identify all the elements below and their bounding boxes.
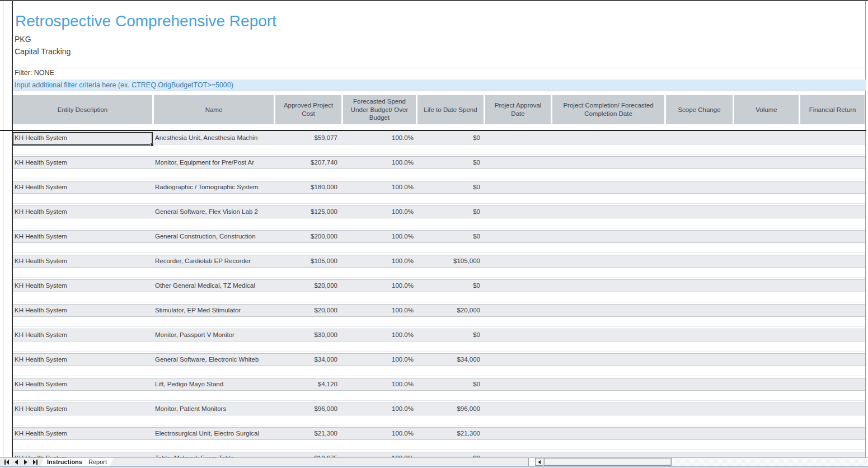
tab-scrollbar-split-handle[interactable] [528, 458, 535, 466]
cell-name[interactable]: Lift, Pedigo Mayo Stand [155, 378, 274, 390]
table-row[interactable]: KH Health SystemTable, Midmark Exam Tabl… [13, 452, 865, 457]
table-row[interactable]: KH Health SystemElectrosurgical Unit, El… [13, 427, 865, 440]
cell-forecasted-spend[interactable]: 100.0% [343, 428, 414, 439]
sheet-tab-report[interactable]: Report [82, 458, 114, 466]
cell-approved-project-cost[interactable]: $21,300 [275, 428, 337, 439]
cell-entity-description[interactable]: KH Health System [15, 157, 152, 169]
cell-approved-project-cost[interactable]: $20,000 [275, 305, 337, 316]
table-row[interactable]: KH Health SystemGeneral Software, Electr… [13, 353, 865, 366]
cell-approved-project-cost[interactable]: $12,675 [275, 452, 337, 457]
cell-entity-description[interactable]: KH Health System [15, 280, 152, 292]
cell-entity-description[interactable]: KH Health System [15, 206, 152, 218]
cell-forecasted-spend[interactable]: 100.0% [343, 206, 414, 218]
column-header-scope-change[interactable]: Scope Change [666, 95, 733, 124]
column-header-project-approval-date[interactable]: Project Approval Date [485, 95, 551, 124]
cell-life-to-date-spend[interactable]: $0 [417, 132, 480, 144]
cell-forecasted-spend[interactable]: 100.0% [343, 329, 414, 341]
cell-approved-project-cost[interactable]: $30,000 [275, 329, 337, 341]
cell-life-to-date-spend[interactable]: $34,000 [417, 354, 480, 366]
cell-name[interactable]: Radiographic / Tomographic System [155, 181, 274, 193]
column-header-name[interactable]: Name [154, 95, 274, 124]
cell-entity-description[interactable]: KH Health System [15, 305, 152, 316]
column-header-financial-return[interactable]: Financial Return [800, 95, 865, 124]
cell-forecasted-spend[interactable]: 100.0% [343, 354, 414, 366]
cell-approved-project-cost[interactable]: $20,000 [275, 280, 337, 292]
cell-name[interactable]: Recorder, Cardiolab EP Recorder [155, 255, 274, 267]
cell-name[interactable]: Monitor, Passport V Monitor [155, 329, 274, 341]
cell-approved-project-cost[interactable]: $200,000 [275, 231, 337, 242]
cell-life-to-date-spend[interactable]: $20,000 [417, 305, 480, 316]
table-row[interactable]: KH Health SystemRecorder, Cardiolab EP R… [13, 255, 865, 268]
cell-entity-description[interactable]: KH Health System [15, 428, 152, 439]
cell-name[interactable]: Monitor, Equipment for Pre/Post Ar [155, 157, 274, 169]
cell-name[interactable]: Anesthesia Unit, Anesthesia Machin [155, 132, 274, 144]
horizontal-scrollbar-thumb[interactable] [544, 458, 672, 466]
cell-name[interactable]: Monitor, Patient Monitors [155, 403, 274, 415]
table-row[interactable]: KH Health SystemStimulator, EP Med Stimu… [13, 304, 865, 317]
cell-entity-description[interactable]: KH Health System [15, 231, 152, 242]
table-row[interactable]: KH Health SystemAnesthesia Unit, Anesthe… [13, 132, 865, 144]
cell-approved-project-cost[interactable]: $125,000 [275, 206, 337, 218]
cell-life-to-date-spend[interactable]: $0 [417, 231, 480, 242]
table-row[interactable]: KH Health SystemMonitor, Equipment for P… [13, 156, 865, 169]
cell-entity-description[interactable]: KH Health System [15, 329, 152, 341]
cell-forecasted-spend[interactable]: 100.0% [343, 403, 414, 415]
cell-forecasted-spend[interactable]: 100.0% [343, 231, 414, 242]
column-header-approved-project-cost[interactable]: Approved Project Cost [275, 95, 341, 124]
cell-life-to-date-spend[interactable]: $0 [417, 378, 480, 390]
cell-life-to-date-spend[interactable]: $0 [417, 329, 480, 341]
cell-forecasted-spend[interactable]: 100.0% [343, 378, 414, 390]
cell-approved-project-cost[interactable]: $105,000 [275, 255, 337, 267]
column-header-forecasted-spend[interactable]: Forecasted Spend Under Budget/ Over Budg… [343, 95, 416, 124]
table-row[interactable]: KH Health SystemGeneral Construction, Co… [13, 230, 865, 243]
cell-entity-description[interactable]: KH Health System [15, 354, 152, 366]
cell-life-to-date-spend[interactable]: $105,000 [417, 255, 480, 267]
cell-approved-project-cost[interactable]: $96,000 [275, 403, 337, 415]
table-row[interactable]: KH Health SystemMonitor, Passport V Moni… [13, 329, 865, 341]
cell-life-to-date-spend[interactable]: $0 [417, 280, 480, 292]
table-row[interactable]: KH Health SystemRadiographic / Tomograph… [13, 181, 865, 194]
cell-forecasted-spend[interactable]: 100.0% [343, 255, 414, 267]
table-row[interactable]: KH Health SystemMonitor, Patient Monitor… [13, 403, 865, 415]
cell-approved-project-cost[interactable]: $207,740 [275, 157, 337, 169]
cell-approved-project-cost[interactable]: $4,120 [275, 378, 337, 390]
first-sheet-icon[interactable] [2, 458, 11, 466]
cell-life-to-date-spend[interactable]: $21,300 [417, 428, 480, 439]
cell-name[interactable]: Table, Midmark Exam Table [155, 452, 274, 457]
cell-forecasted-spend[interactable]: 100.0% [343, 280, 414, 292]
cell-life-to-date-spend[interactable]: $0 [417, 452, 480, 457]
cell-entity-description[interactable]: KH Health System [15, 132, 152, 144]
cell-name[interactable]: General Software, Flex Vision Lab 2 [155, 206, 274, 218]
cell-life-to-date-spend[interactable]: $0 [417, 206, 480, 218]
cell-forecasted-spend[interactable]: 100.0% [343, 132, 414, 144]
cell-life-to-date-spend[interactable]: $0 [417, 181, 480, 193]
cell-forecasted-spend[interactable]: 100.0% [343, 452, 414, 457]
cell-entity-description[interactable]: KH Health System [15, 403, 152, 415]
cell-entity-description[interactable]: KH Health System [15, 181, 152, 193]
table-row[interactable]: KH Health SystemGeneral Software, Flex V… [13, 205, 865, 218]
cell-approved-project-cost[interactable]: $180,000 [275, 181, 337, 193]
cell-approved-project-cost[interactable]: $59,077 [275, 132, 337, 144]
column-header-volume[interactable]: Volume [734, 95, 799, 124]
cell-forecasted-spend[interactable]: 100.0% [343, 181, 414, 193]
cell-life-to-date-spend[interactable]: $96,000 [417, 403, 480, 415]
table-row[interactable]: KH Health SystemOther General Medical, T… [13, 279, 865, 292]
column-header-project-completion-date[interactable]: Project Completion/ Forecasted Completio… [552, 95, 664, 124]
column-header-life-to-date-spend[interactable]: Life to Date Spend [417, 95, 484, 124]
cell-name[interactable]: General Construction, Construction [155, 231, 274, 242]
cell-entity-description[interactable]: KH Health System [15, 452, 152, 457]
filter-criteria-input[interactable]: Input additional filter criteria here (e… [13, 80, 866, 91]
cell-life-to-date-spend[interactable]: $0 [417, 157, 480, 169]
column-header-entity-description[interactable]: Entity Description [13, 95, 152, 124]
cell-approved-project-cost[interactable]: $34,000 [275, 354, 337, 366]
prev-sheet-icon[interactable] [12, 458, 20, 466]
cell-name[interactable]: Other General Medical, TZ Medical [155, 280, 274, 292]
scroll-left-icon[interactable] [535, 458, 543, 466]
cell-forecasted-spend[interactable]: 100.0% [343, 305, 414, 316]
cell-forecasted-spend[interactable]: 100.0% [343, 157, 414, 169]
next-sheet-icon[interactable] [21, 458, 30, 466]
last-sheet-icon[interactable] [31, 458, 39, 466]
table-row[interactable]: KH Health SystemLift, Pedigo Mayo Stand$… [13, 378, 865, 391]
cell-entity-description[interactable]: KH Health System [15, 378, 152, 390]
cell-entity-description[interactable]: KH Health System [15, 255, 152, 267]
